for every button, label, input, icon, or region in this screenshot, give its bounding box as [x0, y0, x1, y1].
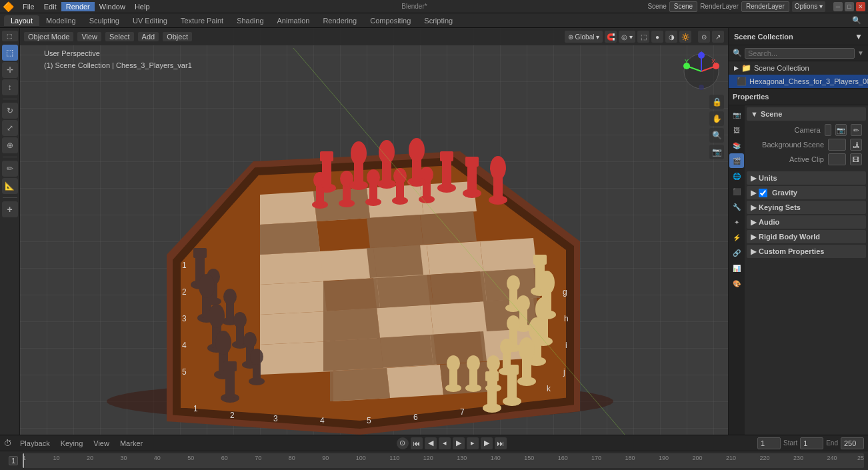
viewport-shading-wire[interactable]: ⬚ — [637, 31, 649, 43]
frame-display[interactable]: 1 — [9, 456, 18, 465]
active-clip-icon[interactable]: 🎞 — [850, 153, 862, 165]
sync-btn[interactable]: ⊙ — [397, 437, 409, 449]
select-tool-btn[interactable]: ⬚ — [2, 45, 18, 61]
collapse-icon[interactable]: ▶ — [734, 65, 739, 71]
next-keyframe-btn[interactable]: ▶ — [481, 437, 493, 449]
tab-scripting[interactable]: Scripting — [417, 15, 459, 26]
menu-file[interactable]: File — [18, 2, 39, 11]
timeline-track-area[interactable]: 1 1 10 20 30 40 50 60 70 80 90 100 110 1… — [0, 451, 868, 470]
scale-tool-btn[interactable]: ⤢ — [2, 120, 18, 136]
scene-dropdown[interactable]: Scene — [669, 1, 697, 12]
viewport-shading-solid[interactable]: ● — [651, 31, 663, 43]
physics-prop-tab[interactable]: ⚡ — [729, 230, 744, 245]
bg-scene-value[interactable] — [828, 139, 846, 151]
tab-modeling[interactable]: Modeling — [39, 15, 83, 26]
particles-prop-tab[interactable]: ✦ — [729, 215, 744, 229]
end-frame-field[interactable]: 250 — [841, 437, 864, 449]
gravity-section-header[interactable]: ▶ Gravity — [747, 186, 866, 199]
view-menu-tl-btn[interactable]: View — [91, 439, 112, 448]
timeline-track[interactable]: 1 10 20 30 40 50 60 70 80 90 100 110 120… — [23, 453, 864, 468]
output-prop-tab[interactable]: 🖼 — [729, 123, 744, 137]
snap-toggle[interactable]: 🧲 — [605, 31, 617, 43]
transform-tool-btn[interactable]: ⊕ — [2, 137, 18, 153]
camera-value[interactable] — [825, 124, 831, 136]
step-forward-btn[interactable]: ▸ — [467, 437, 479, 449]
keying-menu-btn[interactable]: Keying — [58, 439, 86, 448]
data-prop-tab[interactable]: 📊 — [729, 261, 744, 275]
tab-shading[interactable]: Shading — [230, 15, 270, 26]
search-icon-header[interactable]: 🔍 — [849, 13, 864, 28]
view-pan-btn[interactable]: ✋ — [709, 111, 724, 126]
outliner-search-input[interactable] — [745, 48, 855, 59]
tab-uv-editing[interactable]: UV Editing — [126, 15, 174, 26]
prev-keyframe-btn[interactable]: ◀ — [425, 437, 437, 449]
view-camera-btn[interactable]: 📷 — [709, 145, 724, 159]
close-button[interactable]: ✕ — [856, 2, 865, 11]
bg-scene-icon[interactable]: 🏞 — [850, 139, 862, 151]
tab-animation[interactable]: Animation — [271, 15, 317, 26]
maximize-button[interactable]: □ — [845, 2, 854, 11]
orientation-gizmo[interactable]: X Y Z — [681, 51, 721, 91]
units-section-header[interactable]: ▶ Units — [747, 171, 866, 185]
jump-start-btn[interactable]: ⏮ — [411, 437, 423, 449]
view-zoom-btn[interactable]: 🔍 — [709, 128, 724, 143]
world-prop-tab[interactable]: 🌐 — [729, 169, 744, 183]
camera-edit-icon[interactable]: ✏ — [851, 124, 862, 136]
tab-rendering[interactable]: Rendering — [316, 15, 363, 26]
menu-edit[interactable]: Edit — [39, 2, 61, 11]
audio-section-header[interactable]: ▶ Audio — [747, 215, 866, 229]
proportional-edit-btn[interactable]: ◎ ▾ — [619, 31, 635, 43]
viewport-shading-rendered[interactable]: 🔆 — [679, 31, 691, 43]
move-tool-btn[interactable]: ↕ — [2, 79, 18, 95]
mode-select-icon[interactable]: ⬚ — [2, 31, 18, 41]
render-layer-dropdown[interactable]: RenderLayer — [741, 1, 789, 12]
object-prop-tab[interactable]: ⬛ — [729, 184, 744, 199]
measure-tool-btn[interactable]: 📐 — [2, 178, 18, 194]
constraints-prop-tab[interactable]: 🔗 — [729, 245, 744, 260]
view-layer-prop-tab[interactable]: 📚 — [729, 138, 744, 153]
cursor-tool-btn[interactable]: ✛ — [2, 62, 18, 78]
scene-section-header[interactable]: ▼ Scene — [747, 107, 866, 121]
overlay-btn[interactable]: ⊙ — [698, 31, 710, 43]
outliner-filter-btn[interactable]: ▼ — [855, 32, 863, 41]
view-lock-btn[interactable]: 🔒 — [709, 95, 724, 109]
minimize-button[interactable]: ─ — [833, 2, 843, 11]
viewport-shading-material[interactable]: ◑ — [665, 31, 677, 43]
scene-prop-tab[interactable]: 🎬 — [729, 153, 744, 168]
viewport[interactable]: Object Mode View Select Add Object ⊕ Glo… — [20, 28, 728, 435]
custom-properties-section-header[interactable]: ▶ Custom Properties — [747, 245, 866, 258]
material-prop-tab[interactable]: 🎨 — [729, 276, 744, 291]
object-menu-btn[interactable]: Object — [163, 32, 192, 41]
rotate-tool-btn[interactable]: ↻ — [2, 103, 18, 119]
select-menu-btn[interactable]: Select — [105, 32, 134, 41]
active-clip-value[interactable] — [828, 153, 846, 165]
menu-window[interactable]: Window — [95, 2, 130, 11]
keying-sets-section-header[interactable]: ▶ Keying Sets — [747, 201, 866, 214]
view-menu-btn[interactable]: View — [77, 32, 101, 41]
tab-layout[interactable]: Layout — [4, 15, 39, 26]
outliner-scene-collection[interactable]: ▶ 📁 Scene Collection — [729, 61, 868, 75]
gizmo-btn[interactable]: ↗ — [712, 31, 724, 43]
render-prop-tab[interactable]: 📷 — [729, 107, 744, 122]
tab-texture-paint[interactable]: Texture Paint — [174, 15, 230, 26]
camera-type-icon[interactable]: 📷 — [835, 124, 847, 136]
start-frame-field[interactable]: 1 — [800, 437, 823, 449]
marker-menu-btn[interactable]: Marker — [117, 439, 145, 448]
current-frame-field[interactable]: 1 — [757, 437, 781, 449]
jump-end-btn[interactable]: ⏭ — [495, 437, 507, 449]
object-mode-dropdown[interactable]: Object Mode — [24, 32, 73, 41]
tab-compositing[interactable]: Compositing — [363, 15, 417, 26]
add-menu-btn[interactable]: Add — [138, 32, 159, 41]
playback-menu-btn[interactable]: Playback — [17, 439, 53, 448]
play-btn[interactable]: ▶ — [453, 437, 465, 449]
step-back-btn[interactable]: ◂ — [439, 437, 451, 449]
add-object-btn[interactable]: + — [2, 201, 18, 217]
menu-help[interactable]: Help — [130, 2, 155, 11]
menu-render[interactable]: Render — [61, 2, 95, 11]
global-transform-dropdown[interactable]: ⊕ Global ▾ — [565, 31, 603, 43]
annotate-tool-btn[interactable]: ✏ — [2, 161, 18, 177]
tab-sculpting[interactable]: Sculpting — [83, 15, 126, 26]
outliner-chess-object[interactable]: ⬛ Hexagonal_Chess_for_3_Players_001 👁 — [729, 75, 868, 88]
options-dropdown[interactable]: Options ▾ — [792, 1, 825, 12]
rigid-body-world-section-header[interactable]: ▶ Rigid Body World — [747, 230, 866, 243]
